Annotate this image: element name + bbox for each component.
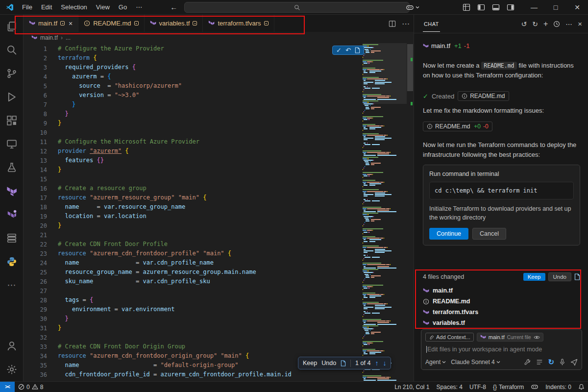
copilot-menu[interactable] (406, 4, 419, 11)
code-line[interactable]: 29 environment = var.environment (24, 305, 292, 314)
terraform-cloud-icon[interactable] (0, 203, 24, 226)
code-line[interactable]: 4 azurerm = { (24, 72, 292, 81)
microphone-icon[interactable] (559, 359, 565, 366)
minimap[interactable] (363, 43, 407, 381)
tab-variables-tf[interactable]: variables.tf (145, 15, 203, 32)
menu-go[interactable]: Go (114, 2, 131, 12)
code-line[interactable]: 2terraform { (24, 53, 292, 63)
changed-file-row[interactable]: variables.tf (423, 318, 580, 328)
run-debug-icon[interactable] (0, 85, 24, 109)
code-line[interactable]: 11# Configure the Microsoft Azure Provid… (24, 137, 292, 147)
next-edit-icon[interactable]: ↓ (383, 359, 386, 367)
diff-file-pill[interactable]: README.md +0 -0 (423, 122, 492, 131)
tools-icon[interactable] (524, 359, 531, 366)
menu-more[interactable]: ⋯ (131, 2, 147, 12)
auto-approve-icon[interactable]: ↻ (548, 358, 554, 367)
menu-view[interactable]: View (92, 2, 114, 12)
toggle-panel-icon[interactable] (492, 3, 500, 11)
menu-selection[interactable]: Selection (56, 2, 91, 12)
infra-resources-icon[interactable] (0, 226, 24, 250)
history-icon[interactable] (553, 21, 560, 27)
code-line[interactable]: 21 (24, 230, 292, 240)
dirty-indicator-icon[interactable] (60, 21, 65, 25)
code-line[interactable]: 25 resource_group_name = azurerm_resourc… (24, 268, 292, 277)
add-context-button[interactable]: Add Context... (425, 333, 474, 342)
encoding-setting[interactable]: UTF-8 (466, 382, 490, 392)
terminal-output-icon[interactable] (536, 359, 543, 366)
changed-file-row[interactable]: main.tf (423, 285, 580, 296)
code-line[interactable]: 22# Create CDN Front Door Profile (24, 240, 292, 249)
code-line[interactable]: 10 (24, 128, 292, 137)
editor-more-actions-icon[interactable]: ⋯ (402, 19, 410, 28)
code-line[interactable]: 16# Create a resource group (24, 184, 292, 193)
chat-more-actions-icon[interactable]: ⋯ (565, 20, 572, 28)
source-control-icon[interactable] (0, 62, 24, 85)
code-line[interactable]: 13 features {} (24, 156, 292, 165)
menu-file[interactable]: File (18, 2, 37, 12)
language-mode[interactable]: {} Terraform (490, 382, 527, 392)
attached-file-chip[interactable]: main.tf Current file (477, 333, 543, 342)
code-line[interactable]: 17resource "azurerm_resource_group" "mai… (24, 193, 292, 202)
cancel-button[interactable]: Cancel (472, 228, 506, 240)
settings-gear-icon[interactable] (0, 358, 24, 381)
code-editor[interactable]: 1# Configure the Azure Provider2terrafor… (24, 43, 414, 381)
minimize-icon[interactable]: — (523, 0, 545, 15)
dirty-indicator-icon[interactable] (264, 21, 269, 25)
code-line[interactable]: 18 name = var.resource_group_name (24, 202, 292, 212)
code-line[interactable]: 36 cdn_frontdoor_profile_id = azurerm_cd… (24, 370, 292, 379)
code-line[interactable]: 14} (24, 165, 292, 174)
code-line[interactable]: 33# Create CDN Front Door Origin Group (24, 342, 292, 351)
customize-layout-icon[interactable] (463, 3, 470, 11)
code-line[interactable]: 19 location = var.location (24, 212, 292, 221)
close-tab-icon[interactable]: × (69, 20, 73, 27)
chat-title-tab[interactable]: CHAT (423, 16, 440, 32)
eye-icon[interactable] (534, 335, 540, 340)
code-line[interactable]: 31} (24, 323, 292, 333)
code-line[interactable]: 35 name = "default-origin-group" (24, 361, 292, 370)
scrollbar-thumb[interactable] (407, 44, 413, 91)
toggle-secondary-sidebar-icon[interactable] (507, 3, 514, 11)
undo-edit-icon[interactable]: ↺ (521, 20, 527, 28)
dirty-indicator-icon[interactable] (193, 21, 197, 25)
code-line[interactable]: 24 name = var.cdn_profile_name (24, 258, 292, 268)
testing-flask-icon[interactable] (0, 156, 24, 179)
code-line[interactable]: 32 (24, 333, 292, 342)
problems-indicator[interactable]: 0 8 (15, 382, 47, 392)
code-line[interactable]: 8 } (24, 109, 292, 119)
tab-terraform-tfvars[interactable]: terraform.tfvars (203, 15, 274, 32)
command-center-search[interactable] (184, 2, 410, 13)
view-file-icon[interactable] (355, 47, 360, 53)
copilot-status[interactable] (527, 382, 542, 392)
previous-edit-icon[interactable]: ↑ (375, 359, 378, 367)
dirty-indicator-icon[interactable] (134, 21, 139, 25)
accept-edit-icon[interactable]: ✓ (336, 47, 342, 54)
toggle-primary-sidebar-icon[interactable] (477, 3, 485, 11)
chat-input-placeholder[interactable]: Edit files in your workspace in agent mo… (427, 346, 542, 353)
code-line[interactable]: 34resource "azurerm_cdn_frontdoor_origin… (24, 351, 292, 361)
code-line[interactable]: 27 (24, 286, 292, 295)
remote-indicator[interactable]: >< (0, 382, 15, 392)
keep-button[interactable]: Keep (303, 360, 317, 367)
code-line[interactable]: 6 version = "~>3.0" (24, 91, 292, 100)
code-line[interactable]: 9} (24, 119, 292, 128)
close-chat-icon[interactable]: × (578, 20, 582, 28)
send-icon[interactable] (570, 359, 578, 366)
breadcrumb-more[interactable]: ... (66, 34, 71, 41)
search-icon[interactable] (0, 38, 24, 62)
extensions-icon[interactable] (0, 109, 24, 132)
breadcrumb-file[interactable]: main.tf (40, 34, 58, 41)
changed-file-row[interactable]: README.md (423, 296, 580, 307)
code-line[interactable]: 28 tags = { (24, 295, 292, 305)
undo-button[interactable]: Undo (321, 360, 336, 367)
keep-all-button[interactable]: Keep (523, 273, 545, 281)
python-icon[interactable] (0, 250, 24, 273)
code-line[interactable]: 15 (24, 174, 292, 184)
close-window-icon[interactable]: ✕ (566, 0, 588, 15)
accounts-icon[interactable] (0, 334, 24, 358)
code-line[interactable]: 1# Configure the Azure Provider (24, 44, 292, 53)
discard-edit-icon[interactable]: ↶ (345, 47, 351, 54)
more-views-icon[interactable]: ⋯ (0, 273, 24, 297)
code-line[interactable]: 23resource "azurerm_cdn_frontdoor_profil… (24, 249, 292, 258)
diff-file-icon[interactable] (341, 360, 346, 367)
maximize-icon[interactable]: □ (545, 0, 566, 15)
